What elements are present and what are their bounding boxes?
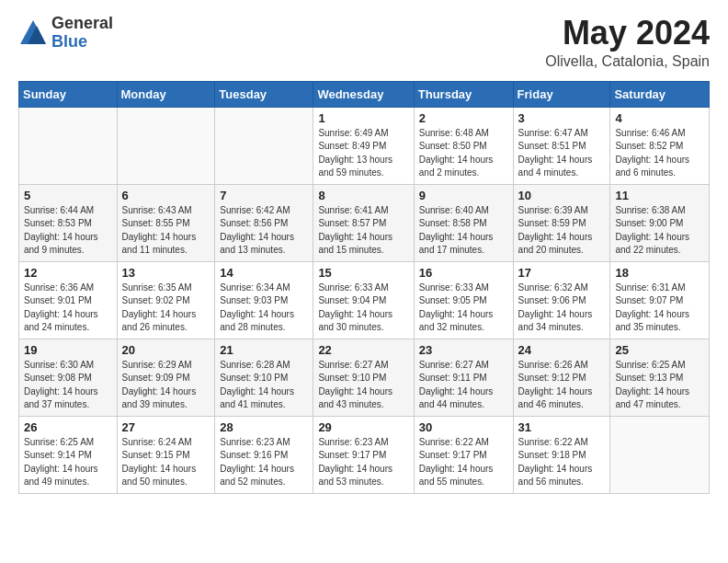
table-row: 29Sunrise: 6:23 AM Sunset: 9:17 PM Dayli… [313, 416, 414, 493]
day-number: 11 [615, 189, 704, 202]
header-sunday: Sunday [19, 81, 118, 107]
day-info: Sunrise: 6:42 AM Sunset: 8:56 PM Dayligh… [220, 204, 308, 258]
day-number: 3 [518, 111, 606, 125]
logo-blue: Blue [51, 33, 113, 52]
day-info: Sunrise: 6:22 AM Sunset: 9:18 PM Dayligh… [518, 436, 606, 489]
header-tuesday: Tuesday [215, 81, 313, 107]
day-info: Sunrise: 6:48 AM Sunset: 8:50 PM Dayligh… [419, 127, 508, 180]
header-friday: Friday [513, 81, 610, 107]
day-info: Sunrise: 6:24 AM Sunset: 9:15 PM Dayligh… [122, 436, 210, 489]
day-info: Sunrise: 6:39 AM Sunset: 8:59 PM Dayligh… [518, 204, 606, 258]
day-info: Sunrise: 6:41 AM Sunset: 8:57 PM Dayligh… [318, 204, 408, 258]
day-number: 1 [318, 111, 408, 125]
table-row: 13Sunrise: 6:35 AM Sunset: 9:02 PM Dayli… [117, 261, 215, 339]
table-row [215, 107, 313, 184]
day-number: 10 [518, 189, 606, 202]
day-number: 6 [122, 189, 210, 202]
day-info: Sunrise: 6:33 AM Sunset: 9:05 PM Dayligh… [419, 282, 508, 335]
day-info: Sunrise: 6:25 AM Sunset: 9:14 PM Dayligh… [24, 436, 112, 489]
day-info: Sunrise: 6:36 AM Sunset: 9:01 PM Dayligh… [24, 282, 112, 335]
day-info: Sunrise: 6:35 AM Sunset: 9:02 PM Dayligh… [122, 282, 210, 335]
table-row: 31Sunrise: 6:22 AM Sunset: 9:18 PM Dayli… [513, 416, 610, 493]
day-number: 25 [615, 343, 704, 357]
day-info: Sunrise: 6:47 AM Sunset: 8:51 PM Dayligh… [518, 127, 606, 180]
table-row: 11Sunrise: 6:38 AM Sunset: 9:00 PM Dayli… [610, 184, 710, 261]
table-row: 25Sunrise: 6:25 AM Sunset: 9:13 PM Dayli… [610, 339, 710, 416]
day-info: Sunrise: 6:32 AM Sunset: 9:06 PM Dayligh… [518, 282, 606, 335]
table-row: 1Sunrise: 6:49 AM Sunset: 8:49 PM Daylig… [313, 107, 414, 184]
day-number: 23 [419, 343, 508, 357]
table-row: 16Sunrise: 6:33 AM Sunset: 9:05 PM Dayli… [414, 261, 513, 339]
table-row: 17Sunrise: 6:32 AM Sunset: 9:06 PM Dayli… [513, 261, 610, 339]
header-monday: Monday [117, 81, 215, 107]
table-row: 23Sunrise: 6:27 AM Sunset: 9:11 PM Dayli… [414, 339, 513, 416]
day-number: 27 [122, 420, 210, 434]
day-number: 14 [220, 266, 308, 280]
table-row: 4Sunrise: 6:46 AM Sunset: 8:52 PM Daylig… [610, 107, 710, 184]
table-row: 21Sunrise: 6:28 AM Sunset: 9:10 PM Dayli… [215, 339, 313, 416]
table-row: 2Sunrise: 6:48 AM Sunset: 8:50 PM Daylig… [414, 107, 513, 184]
day-info: Sunrise: 6:30 AM Sunset: 9:08 PM Dayligh… [24, 359, 112, 412]
day-number: 26 [24, 420, 112, 434]
day-info: Sunrise: 6:27 AM Sunset: 9:11 PM Dayligh… [419, 359, 508, 412]
table-row: 8Sunrise: 6:41 AM Sunset: 8:57 PM Daylig… [313, 184, 414, 261]
day-number: 19 [24, 343, 112, 357]
day-number: 28 [220, 420, 308, 434]
day-info: Sunrise: 6:46 AM Sunset: 8:52 PM Dayligh… [615, 127, 704, 180]
table-row [610, 416, 710, 493]
table-row: 27Sunrise: 6:24 AM Sunset: 9:15 PM Dayli… [117, 416, 215, 493]
logo: General Blue [18, 15, 113, 52]
calendar-week-row: 19Sunrise: 6:30 AM Sunset: 9:08 PM Dayli… [19, 339, 710, 416]
day-info: Sunrise: 6:29 AM Sunset: 9:09 PM Dayligh… [122, 359, 210, 412]
table-row: 15Sunrise: 6:33 AM Sunset: 9:04 PM Dayli… [313, 261, 414, 339]
day-info: Sunrise: 6:38 AM Sunset: 9:00 PM Dayligh… [615, 204, 704, 258]
calendar: Sunday Monday Tuesday Wednesday Thursday… [18, 81, 710, 494]
table-row: 26Sunrise: 6:25 AM Sunset: 9:14 PM Dayli… [19, 416, 118, 493]
calendar-week-row: 5Sunrise: 6:44 AM Sunset: 8:53 PM Daylig… [19, 184, 710, 261]
day-number: 24 [518, 343, 606, 357]
day-number: 31 [518, 420, 606, 434]
table-row: 18Sunrise: 6:31 AM Sunset: 9:07 PM Dayli… [610, 261, 710, 339]
location-title: Olivella, Catalonia, Spain [545, 53, 710, 70]
table-row: 14Sunrise: 6:34 AM Sunset: 9:03 PM Dayli… [215, 261, 313, 339]
calendar-week-row: 26Sunrise: 6:25 AM Sunset: 9:14 PM Dayli… [19, 416, 710, 493]
table-row: 24Sunrise: 6:26 AM Sunset: 9:12 PM Dayli… [513, 339, 610, 416]
day-number: 21 [220, 343, 308, 357]
day-info: Sunrise: 6:31 AM Sunset: 9:07 PM Dayligh… [615, 282, 704, 335]
day-number: 20 [122, 343, 210, 357]
table-row: 28Sunrise: 6:23 AM Sunset: 9:16 PM Dayli… [215, 416, 313, 493]
table-row: 12Sunrise: 6:36 AM Sunset: 9:01 PM Dayli… [19, 261, 118, 339]
table-row: 22Sunrise: 6:27 AM Sunset: 9:10 PM Dayli… [313, 339, 414, 416]
day-info: Sunrise: 6:49 AM Sunset: 8:49 PM Dayligh… [318, 127, 408, 180]
table-row: 9Sunrise: 6:40 AM Sunset: 8:58 PM Daylig… [414, 184, 513, 261]
day-number: 15 [318, 266, 408, 280]
day-info: Sunrise: 6:28 AM Sunset: 9:10 PM Dayligh… [220, 359, 308, 412]
day-number: 2 [419, 111, 508, 125]
day-number: 22 [318, 343, 408, 357]
day-info: Sunrise: 6:22 AM Sunset: 9:17 PM Dayligh… [419, 436, 508, 489]
day-number: 16 [419, 266, 508, 280]
logo-text: General Blue [51, 15, 113, 52]
day-info: Sunrise: 6:23 AM Sunset: 9:17 PM Dayligh… [318, 436, 408, 489]
day-number: 7 [220, 189, 308, 202]
logo-icon [18, 18, 48, 48]
calendar-week-row: 1Sunrise: 6:49 AM Sunset: 8:49 PM Daylig… [19, 107, 710, 184]
day-number: 12 [24, 266, 112, 280]
day-number: 17 [518, 266, 606, 280]
table-row: 10Sunrise: 6:39 AM Sunset: 8:59 PM Dayli… [513, 184, 610, 261]
day-number: 30 [419, 420, 508, 434]
day-number: 18 [615, 266, 704, 280]
month-title: May 2024 [545, 15, 710, 52]
day-number: 29 [318, 420, 408, 434]
day-info: Sunrise: 6:33 AM Sunset: 9:04 PM Dayligh… [318, 282, 408, 335]
day-number: 13 [122, 266, 210, 280]
table-row [19, 107, 118, 184]
day-number: 9 [419, 189, 508, 202]
calendar-week-row: 12Sunrise: 6:36 AM Sunset: 9:01 PM Dayli… [19, 261, 710, 339]
day-number: 4 [615, 111, 704, 125]
table-row [117, 107, 215, 184]
header-wednesday: Wednesday [313, 81, 414, 107]
day-info: Sunrise: 6:40 AM Sunset: 8:58 PM Dayligh… [419, 204, 508, 258]
header: General Blue May 2024 Olivella, Cataloni… [18, 15, 710, 70]
day-number: 8 [318, 189, 408, 202]
